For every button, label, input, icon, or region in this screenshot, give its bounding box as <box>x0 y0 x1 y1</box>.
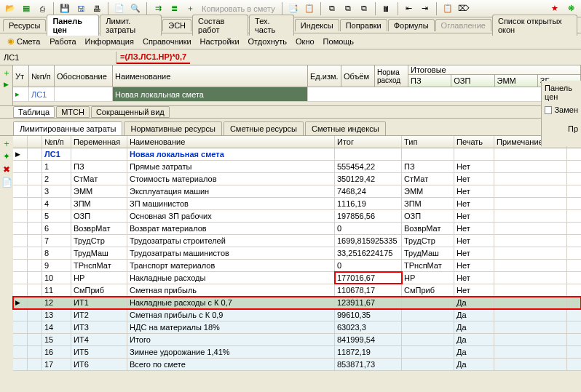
gh-npp[interactable]: №п/п <box>42 136 71 148</box>
tab-Ресурсы[interactable]: Ресурсы <box>3 19 46 31</box>
grid-del-icon[interactable]: ✖ <box>1 164 12 175</box>
r1-icon[interactable]: ⧉ <box>325 1 339 16</box>
gh-tip[interactable]: Тип <box>402 136 454 148</box>
col-ed[interactable]: Ед.изм. <box>308 65 341 87</box>
tab-Состав работ[interactable]: Состав работ <box>192 15 248 36</box>
open-icon[interactable]: 📂 <box>3 1 17 16</box>
search-icon[interactable]: 🔍 <box>128 1 143 16</box>
gh-pech[interactable]: Печать <box>454 136 494 148</box>
dtab-0[interactable]: Лимитированные затраты <box>13 121 122 135</box>
col-obosn[interactable]: Обоснование <box>55 65 113 87</box>
tab-Оглавление[interactable]: Оглавление <box>435 19 491 31</box>
name-box[interactable]: ЛС1 <box>0 52 116 63</box>
disk-icon[interactable]: 💾 <box>58 1 72 16</box>
dtab-1[interactable]: Нормативные ресурсы <box>124 121 221 135</box>
flag-red-icon[interactable]: ★ <box>548 1 562 16</box>
menu-bar: ◉ Смета РаботаИнформацияСправочникиНастр… <box>0 33 581 49</box>
row-ptr-icon: ▶ <box>15 299 20 306</box>
zamena-check[interactable]: Замен <box>545 105 578 114</box>
table-row[interactable]: 16ИТ5Зимнее удорожание 1,41%11872,19Да <box>13 346 581 359</box>
table-row[interactable]: 15ИТ4Итого841999,54Да <box>13 334 581 346</box>
mini-tab-Сокращенный вид[interactable]: Сокращенный вид <box>91 106 170 118</box>
table-row[interactable]: 13ИТ2Сметная прибыль с К 0,999610,35Да <box>13 309 581 321</box>
table-row[interactable]: 9ТРнспМатТранспорт материалов0ТРнспМатНе… <box>13 260 581 272</box>
table-row[interactable]: 2СтМатСтоимость материалов350129,42СтМат… <box>13 173 581 185</box>
table-row[interactable]: 1ПЗПрямые затраты555454,22ПЗНет <box>13 161 581 173</box>
table-row[interactable]: 10НРНакладные расходы177016,67НРНет <box>13 272 581 284</box>
smeta-menu[interactable]: ◉ Смета <box>4 36 44 47</box>
row-ptr-icon: ▶ <box>4 81 9 88</box>
calc-icon[interactable]: 🖩 <box>379 1 394 16</box>
doc-b-icon[interactable]: 📋 <box>302 1 317 16</box>
table-row[interactable]: 11СмПрибСметная прибыль110678,17СмПрибНе… <box>13 284 581 297</box>
table-row[interactable]: 6ВозврМатВозврат материалов0ВозврМатНет <box>13 223 581 235</box>
tree-icon[interactable]: ⇉ <box>151 1 165 16</box>
menu-Информация[interactable]: Информация <box>81 36 138 47</box>
excel-icon[interactable]: ▦ <box>19 1 33 16</box>
menu-Окно[interactable]: Окно <box>291 36 319 47</box>
r2-icon[interactable]: ⧉ <box>341 1 355 16</box>
doc-a-icon[interactable]: 📑 <box>286 1 301 16</box>
top-grid-row[interactable]: ▸ ЛС1 Новая локальная смета <box>13 87 581 102</box>
grid-add-icon[interactable]: ＋ <box>1 138 12 148</box>
col-norma[interactable]: Норма расход <box>375 65 408 87</box>
tab-Тех. часть[interactable]: Тех. часть <box>249 15 294 36</box>
tab-Поправки[interactable]: Поправки <box>340 19 387 31</box>
doc-icon[interactable]: 📄 <box>112 1 127 16</box>
mini-tab-МТСН[interactable]: МТСН <box>56 106 90 118</box>
gh-itog[interactable]: Итог <box>335 136 402 148</box>
grid-title-row[interactable]: ▶ ЛС1 Новая локальная смета <box>13 148 581 161</box>
table-row[interactable]: 17ИТ6Всего по смете853871,73Да <box>13 359 581 371</box>
col-npp[interactable]: №п/п <box>29 65 55 87</box>
gh-var[interactable]: Переменная <box>71 136 127 148</box>
menu-Справочники[interactable]: Справочники <box>138 36 196 47</box>
right-icon[interactable]: ⇥ <box>418 1 432 16</box>
dtab-2[interactable]: Сметные ресурсы <box>224 121 304 135</box>
menu-Работа[interactable]: Работа <box>45 36 80 47</box>
grid-left-toolbar: ＋ ✦ ✖ 📄 <box>0 136 13 371</box>
tab-ЭСН[interactable]: ЭСН <box>162 19 191 31</box>
copy-label: Копировать в смету <box>202 4 275 13</box>
menu-Настройки[interactable]: Настройки <box>196 36 244 47</box>
table-row[interactable]: ▶12ИТ1Накладные расходы с К 0,7123911,67… <box>13 297 581 309</box>
tab-Индексы[interactable]: Индексы <box>295 19 339 31</box>
save-icon[interactable]: ⎙ <box>35 1 50 16</box>
left-icon[interactable]: ⇤ <box>402 1 416 16</box>
flag-green-icon[interactable]: ❋ <box>564 1 578 16</box>
tab-Панель цен[interactable]: Панель цен <box>47 15 99 36</box>
table-row[interactable]: 8ТрудМашТрудозатраты машинистов33,251622… <box>13 247 581 260</box>
row-name: Новая локальная смета <box>113 87 308 101</box>
add-icon[interactable]: ＋ <box>183 1 197 16</box>
menu-Отдохнуть[interactable]: Отдохнуть <box>244 36 292 47</box>
tab-Формулы[interactable]: Формулы <box>388 19 435 31</box>
tab-Список открытых окон[interactable]: Список открытых окон <box>492 15 577 36</box>
mini-tab-Таблица[interactable]: Таблица <box>13 106 55 118</box>
formula-value[interactable]: =(ЛЗ.ЛС1.НР)*0,7 <box>116 51 190 64</box>
print-icon[interactable]: 🖶 <box>90 1 104 16</box>
table-row[interactable]: 14ИТ3НДС на материалы 18%63023,3Да <box>13 321 581 334</box>
gh-name[interactable]: Наименование <box>127 136 335 148</box>
table-row[interactable]: 4ЗПМЗП машинистов1116,19ЗПМНет <box>13 198 581 210</box>
table-row[interactable]: 3ЭММЭксплуатация машин7468,24ЭММНет <box>13 185 581 198</box>
r3-icon[interactable]: ⧉ <box>357 1 371 16</box>
table-row[interactable]: 7ТрудСтрТрудозатраты строителей1699,8159… <box>13 235 581 247</box>
add-row-icon[interactable]: ＋ <box>2 67 11 79</box>
itog-col-ПЗ[interactable]: ПЗ <box>408 75 451 87</box>
paste-icon[interactable]: 📋 <box>440 1 455 16</box>
del-icon[interactable]: ⌦ <box>456 1 471 16</box>
tab-Лимит. затраты[interactable]: Лимит. затраты <box>100 15 162 36</box>
col-ut[interactable]: Ут <box>13 65 29 87</box>
pr-button[interactable]: Пр <box>545 124 578 133</box>
col-obj[interactable]: Объём <box>341 65 375 87</box>
stack-icon[interactable]: ≣ <box>167 1 181 16</box>
itog-col-ОЗП[interactable]: ОЗП <box>451 75 494 87</box>
table-row[interactable]: 5ОЗПОсновная ЗП рабочих197856,56ОЗПНет <box>13 210 581 223</box>
col-itog-group: Итоговые <box>408 65 581 75</box>
dtab-3[interactable]: Сметные индексы <box>305 121 386 135</box>
grid-doc-icon[interactable]: 📄 <box>1 177 12 188</box>
grid-add2-icon[interactable]: ✦ <box>1 151 12 161</box>
disk2-icon[interactable]: 🖫 <box>74 1 88 16</box>
menu-Помощь[interactable]: Помощь <box>319 36 359 47</box>
itog-col-ЭММ[interactable]: ЭММ <box>495 75 538 87</box>
col-name[interactable]: Наименование <box>113 65 308 87</box>
